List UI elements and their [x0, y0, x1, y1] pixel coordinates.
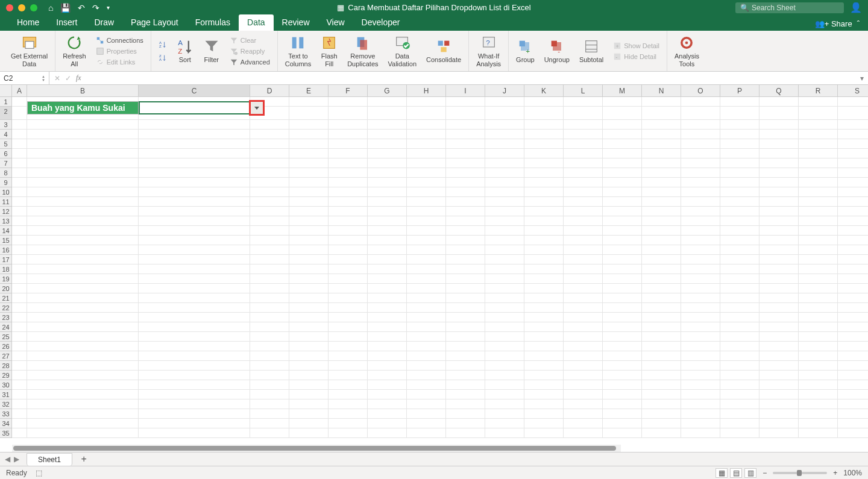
cell-G3[interactable]	[368, 120, 407, 130]
cell-M19[interactable]	[603, 274, 642, 284]
cell-R2[interactable]	[799, 107, 838, 120]
data-validation-dropdown-button[interactable]	[250, 101, 263, 114]
cell-A20[interactable]	[12, 284, 27, 293]
cell-L1[interactable]	[564, 97, 603, 107]
cell-R16[interactable]	[799, 245, 838, 255]
cell-Q32[interactable]	[760, 399, 799, 409]
cell-K10[interactable]	[524, 187, 564, 197]
cell-F18[interactable]	[329, 265, 368, 274]
cell-H11[interactable]	[407, 197, 446, 207]
cell-O12[interactable]	[681, 207, 720, 216]
sort-asc-button[interactable]: AZ	[156, 40, 169, 49]
cell-N21[interactable]	[642, 293, 681, 303]
column-header-I[interactable]: I	[446, 85, 485, 97]
cell-E33[interactable]	[289, 409, 329, 419]
cell-K28[interactable]	[524, 361, 564, 371]
cell-G30[interactable]	[368, 380, 407, 390]
cell-S3[interactable]	[838, 120, 868, 130]
cell-Q9[interactable]	[760, 178, 799, 187]
cell-E13[interactable]	[289, 216, 329, 226]
column-header-E[interactable]: E	[289, 85, 329, 97]
cell-G29[interactable]	[368, 371, 407, 380]
cell-H19[interactable]	[407, 274, 446, 284]
cell-Q27[interactable]	[760, 351, 799, 361]
cell-E11[interactable]	[289, 197, 329, 207]
cell-J19[interactable]	[485, 274, 524, 284]
cell-F26[interactable]	[329, 342, 368, 351]
cell-N3[interactable]	[642, 120, 681, 130]
zoom-level[interactable]: 100%	[843, 469, 862, 477]
cell-A21[interactable]	[12, 293, 27, 303]
cell-Q16[interactable]	[760, 245, 799, 255]
cell-K19[interactable]	[524, 274, 564, 284]
cell-A31[interactable]	[12, 390, 27, 399]
cell-K6[interactable]	[524, 149, 564, 158]
cell-B10[interactable]	[27, 187, 139, 197]
cell-I34[interactable]	[446, 419, 485, 428]
cell-C35[interactable]	[139, 428, 250, 438]
cell-E10[interactable]	[289, 187, 329, 197]
cell-O20[interactable]	[681, 284, 720, 293]
cell-H5[interactable]	[407, 139, 446, 149]
cell-N35[interactable]	[642, 428, 681, 438]
cell-O9[interactable]	[681, 178, 720, 187]
cell-B18[interactable]	[27, 265, 139, 274]
cell-E26[interactable]	[289, 342, 329, 351]
cell-N15[interactable]	[642, 236, 681, 245]
cell-F16[interactable]	[329, 245, 368, 255]
cell-J12[interactable]	[485, 207, 524, 216]
cell-Q15[interactable]	[760, 236, 799, 245]
cell-M23[interactable]	[603, 313, 642, 322]
cell-O5[interactable]	[681, 139, 720, 149]
cell-G18[interactable]	[368, 265, 407, 274]
cell-B35[interactable]	[27, 428, 139, 438]
cell-P21[interactable]	[720, 293, 760, 303]
cell-G23[interactable]	[368, 313, 407, 322]
cell-R8[interactable]	[799, 168, 838, 178]
cell-N28[interactable]	[642, 361, 681, 371]
cell-G24[interactable]	[368, 322, 407, 332]
cell-M20[interactable]	[603, 284, 642, 293]
cell-R33[interactable]	[799, 409, 838, 419]
cell-O18[interactable]	[681, 265, 720, 274]
column-header-L[interactable]: L	[564, 85, 603, 97]
cell-C12[interactable]	[139, 207, 250, 216]
cell-P33[interactable]	[720, 409, 760, 419]
cell-Q20[interactable]	[760, 284, 799, 293]
cell-G2[interactable]	[368, 107, 407, 120]
cell-A30[interactable]	[12, 380, 27, 390]
cell-P6[interactable]	[720, 149, 760, 158]
cell-D13[interactable]	[250, 216, 289, 226]
cell-J4[interactable]	[485, 130, 524, 139]
advanced-filter-button[interactable]: Advanced	[227, 57, 272, 67]
menu-view[interactable]: View	[318, 14, 353, 31]
cell-F10[interactable]	[329, 187, 368, 197]
cell-O17[interactable]	[681, 255, 720, 265]
select-all-corner[interactable]	[0, 85, 12, 97]
cell-P18[interactable]	[720, 265, 760, 274]
cell-R25[interactable]	[799, 332, 838, 342]
cell-O25[interactable]	[681, 332, 720, 342]
cell-F24[interactable]	[329, 322, 368, 332]
cell-S13[interactable]	[838, 216, 868, 226]
cell-K18[interactable]	[524, 265, 564, 274]
cell-M6[interactable]	[603, 149, 642, 158]
cell-A19[interactable]	[12, 274, 27, 284]
cell-G9[interactable]	[368, 178, 407, 187]
cell-Q22[interactable]	[760, 303, 799, 313]
cell-F5[interactable]	[329, 139, 368, 149]
cell-S27[interactable]	[838, 351, 868, 361]
sheet-nav-next-icon[interactable]: ▶	[14, 455, 19, 463]
cell-S17[interactable]	[838, 255, 868, 265]
cell-I12[interactable]	[446, 207, 485, 216]
cell-K32[interactable]	[524, 399, 564, 409]
cell-L14[interactable]	[564, 226, 603, 236]
cell-K5[interactable]	[524, 139, 564, 149]
flash-fill-button[interactable]: Flash Fill	[318, 33, 340, 68]
cell-G11[interactable]	[368, 197, 407, 207]
cell-H7[interactable]	[407, 158, 446, 168]
cell-R20[interactable]	[799, 284, 838, 293]
cell-L16[interactable]	[564, 245, 603, 255]
cell-K4[interactable]	[524, 130, 564, 139]
cell-S9[interactable]	[838, 178, 868, 187]
